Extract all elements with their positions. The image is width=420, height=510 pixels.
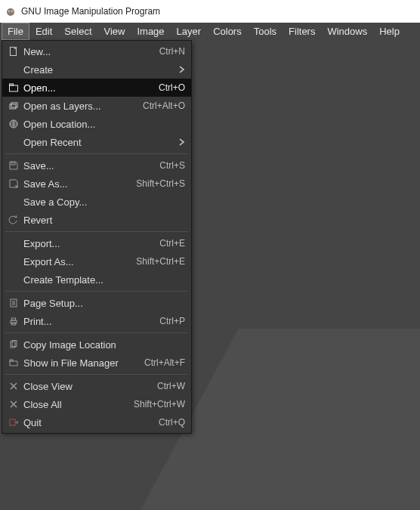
app-icon	[5, 5, 17, 17]
blank-icon	[7, 237, 20, 249]
menuitem-accel: Ctrl+P	[152, 316, 185, 326]
file-menu-new[interactable]: New... Ctrl+N	[2, 42, 191, 60]
menu-select[interactable]: Select	[58, 23, 97, 40]
file-menu-export[interactable]: Export... Ctrl+E	[2, 234, 191, 252]
menu-tools[interactable]: Tools	[248, 23, 283, 40]
blank-icon	[7, 63, 20, 76]
page-icon	[7, 297, 20, 309]
menuitem-accel: Ctrl+Alt+O	[135, 100, 185, 111]
globe-icon	[7, 118, 20, 130]
blank-icon	[7, 136, 20, 148]
file-menu-open-as-layers[interactable]: Open as Layers... Ctrl+Alt+O	[2, 97, 191, 115]
menu-separator	[5, 153, 188, 154]
folder-icon	[7, 357, 20, 369]
menu-filters[interactable]: Filters	[283, 23, 321, 40]
menuitem-label: Print...	[20, 316, 152, 327]
menu-colors[interactable]: Colors	[207, 23, 248, 40]
menuitem-label: Revert	[20, 215, 185, 226]
menu-windows[interactable]: Windows	[321, 23, 373, 40]
menu-separator	[5, 291, 188, 292]
menu-separator	[5, 374, 188, 375]
file-menu-save[interactable]: Save... Ctrl+S	[2, 156, 191, 175]
menuitem-accel: Ctrl+O	[151, 82, 185, 93]
menuitem-label: Close View	[20, 381, 150, 392]
new-icon	[7, 45, 20, 57]
file-menu-revert[interactable]: Revert	[2, 211, 191, 229]
close-all-icon	[7, 398, 20, 410]
open-icon	[7, 82, 20, 94]
file-menu-create[interactable]: Create	[2, 60, 191, 79]
svg-point-0	[7, 8, 14, 16]
submenu-arrow-icon	[179, 66, 185, 73]
menuitem-label: New...	[20, 46, 152, 57]
titlebar: GNU Image Manipulation Program	[0, 0, 420, 23]
menuitem-label: Create Template...	[20, 274, 185, 286]
svg-point-3	[8, 11, 9, 11]
close-icon	[7, 380, 20, 392]
file-menu-create-template[interactable]: Create Template...	[2, 270, 191, 289]
svg-rect-18	[10, 361, 17, 366]
svg-rect-20	[10, 419, 15, 425]
file-menu-page-setup[interactable]: Page Setup...	[2, 294, 191, 312]
file-menu-close-view[interactable]: Close View Ctrl+W	[2, 377, 191, 395]
menuitem-label: Save As...	[20, 178, 128, 190]
file-menu-save-copy[interactable]: Save a Copy...	[2, 193, 191, 211]
menubar: File Edit Select View Image Layer Colors…	[0, 23, 420, 40]
menu-image[interactable]: Image	[131, 23, 170, 40]
menuitem-label: Open Location...	[20, 119, 185, 130]
save-as-icon	[7, 178, 20, 190]
layers-icon	[7, 100, 20, 112]
window-title: GNU Image Manipulation Program	[21, 6, 160, 17]
menuitem-accel: Ctrl+S	[152, 160, 185, 171]
menu-separator	[5, 231, 188, 232]
file-menu-copy-image-location[interactable]: Copy Image Location	[2, 335, 191, 354]
file-menu-save-as[interactable]: Save As... Shift+Ctrl+S	[2, 175, 191, 193]
menuitem-accel: Ctrl+W	[150, 381, 185, 391]
menuitem-label: Save...	[20, 160, 152, 172]
menu-layer[interactable]: Layer	[171, 23, 208, 40]
menu-file[interactable]: File	[2, 23, 29, 40]
file-menu-open-location[interactable]: Open Location...	[2, 115, 191, 133]
menuitem-accel: Ctrl+Alt+F	[137, 357, 185, 368]
menuitem-accel: Ctrl+E	[152, 238, 185, 249]
file-menu-open-recent[interactable]: Open Recent	[2, 133, 191, 151]
menuitem-accel: Ctrl+N	[152, 46, 185, 57]
svg-rect-9	[11, 103, 17, 107]
blank-icon	[7, 196, 20, 208]
menuitem-label: Export...	[20, 238, 152, 249]
menu-view[interactable]: View	[98, 23, 131, 40]
file-menu-quit[interactable]: Quit Ctrl+Q	[2, 413, 191, 431]
menuitem-label: Copy Image Location	[20, 339, 185, 351]
menuitem-label: Close All	[20, 399, 126, 410]
file-menu-close-all[interactable]: Close All Shift+Ctrl+W	[2, 395, 191, 413]
menuitem-label: Create	[20, 64, 179, 76]
svg-rect-11	[11, 162, 15, 165]
file-menu-print[interactable]: Print... Ctrl+P	[2, 312, 191, 330]
save-icon	[7, 159, 20, 172]
file-menu-export-as[interactable]: Export As... Shift+Ctrl+E	[2, 252, 191, 270]
menuitem-accel: Shift+Ctrl+S	[128, 178, 185, 189]
menuitem-accel: Ctrl+Q	[151, 417, 185, 428]
svg-rect-8	[10, 104, 16, 109]
menu-separator	[5, 332, 188, 333]
svg-point-4	[11, 11, 12, 11]
menuitem-label: Show in File Manager	[20, 357, 137, 369]
quit-icon	[7, 416, 20, 428]
menu-edit[interactable]: Edit	[29, 23, 58, 40]
menuitem-label: Export As...	[20, 256, 128, 267]
copy-icon	[7, 338, 20, 351]
file-menu-open[interactable]: Open... Ctrl+O	[2, 79, 191, 97]
menuitem-label: Quit	[20, 417, 151, 428]
svg-rect-19	[10, 360, 13, 361]
menuitem-label: Open...	[20, 82, 151, 94]
svg-rect-6	[10, 85, 18, 91]
menuitem-label: Save a Copy...	[20, 196, 185, 208]
svg-rect-14	[12, 318, 16, 320]
revert-icon	[7, 214, 20, 226]
blank-icon	[7, 274, 20, 286]
menuitem-accel: Shift+Ctrl+W	[126, 399, 185, 410]
menuitem-accel: Shift+Ctrl+E	[128, 256, 185, 267]
menu-help[interactable]: Help	[373, 23, 406, 40]
menuitem-label: Open Recent	[20, 137, 179, 148]
file-menu-show-in-file-manager[interactable]: Show in File Manager Ctrl+Alt+F	[2, 354, 191, 372]
